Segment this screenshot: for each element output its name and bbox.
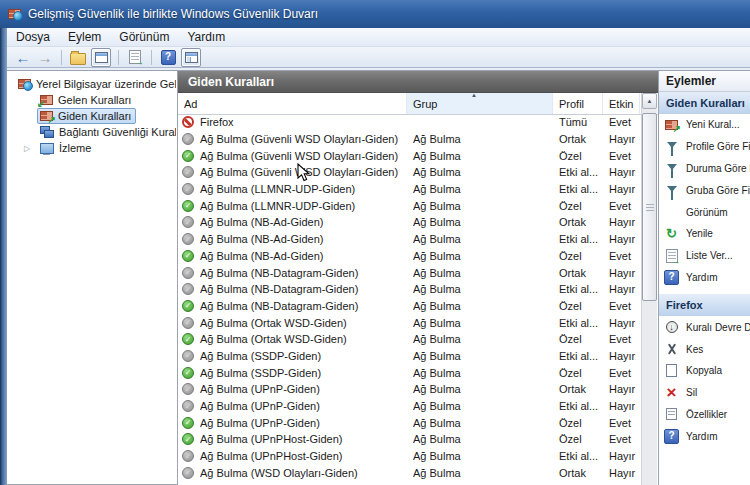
rule-profile-cell: Tümü [553, 116, 603, 128]
column-header-grup[interactable]: Grup▲ [407, 93, 553, 114]
scrollbar-thumb[interactable] [642, 113, 657, 301]
action-item-sil[interactable]: Sil [659, 382, 750, 404]
expander-icon[interactable]: ▷ [21, 144, 37, 153]
rule-group-cell: Ağ Bulma [407, 183, 553, 195]
rule-group-cell: Ağ Bulma [407, 350, 553, 362]
action-item-yard-m[interactable]: Yardım [659, 425, 750, 447]
tree-root-item[interactable]: Yerel Bilgisayar üzerinde Gelişm [7, 76, 177, 92]
rule-name-text: Ağ Bulma (Güvenli WSD Olayları-Giden) [200, 133, 398, 145]
firewall-mmc-window: { "window": {"title": "Gelişmiş Güvenlik… [0, 0, 750, 485]
action-item-yeni-kural[interactable]: Yeni Kural... [659, 114, 750, 136]
table-row[interactable]: Ağ Bulma (UPnP-Giden)Ağ BulmaOrtakHayır [178, 381, 641, 398]
sidebar-item-gelen-kurallar[interactable]: Gelen Kuralları [7, 92, 177, 108]
rule-enabled-cell: Evet [603, 150, 640, 162]
show-hide-tree-button[interactable] [181, 48, 201, 67]
action-item-liste-ver[interactable]: Liste Ver... [659, 245, 750, 267]
column-header-etkin[interactable]: Etkin [603, 93, 640, 114]
tree-item-inner: Bağlantı Güvenliği Kuralları [37, 124, 177, 140]
tree-item-label: Gelen Kuralları [58, 94, 131, 106]
table-row[interactable]: Ağ Bulma (NB-Datagram-Giden)Ağ BulmaÖzel… [178, 298, 641, 315]
rule-name-text: Ağ Bulma (UPnPHost-Giden) [200, 450, 342, 462]
rule-profile-cell: Etki al... [553, 317, 603, 329]
new-rule-icon [665, 120, 678, 130]
scroll-up-button[interactable]: ▲ [642, 93, 657, 109]
table-row[interactable]: Ağ Bulma (SSDP-Giden)Ağ BulmaÖzelEvet [178, 364, 641, 381]
up-folder-button[interactable] [69, 49, 87, 66]
back-arrow-icon [16, 50, 31, 65]
action-item-kopyala[interactable]: Kopyala [659, 360, 750, 382]
table-row[interactable]: Ağ Bulma (Güvenli WSD Olayları-Giden)Ağ … [178, 164, 641, 181]
action-icon-slot [664, 387, 679, 398]
table-row[interactable]: Ağ Bulma (SSDP-Giden)Ağ BulmaEtki al...H… [178, 348, 641, 365]
title-bar[interactable]: Gelişmiş Güvenlik ile birlikte Windows G… [0, 0, 750, 28]
rule-group-cell: Ağ Bulma [407, 133, 553, 145]
table-row[interactable]: Ağ Bulma (NB-Datagram-Giden)Ağ BulmaOrta… [178, 264, 641, 281]
action-item-kural-devre-d[interactable]: Kuralı Devre Dı [659, 316, 750, 338]
console-window-icon [95, 52, 108, 63]
action-item-profile-g-re-fil[interactable]: Profile Göre Fil [659, 136, 750, 158]
action-item-yard-m[interactable]: Yardım [659, 267, 750, 289]
rule-profile-cell: Özel [553, 417, 603, 429]
action-item-gruba-g-re-fil[interactable]: Gruba Göre Fil [659, 179, 750, 201]
table-row[interactable]: Ağ Bulma (NB-Ad-Giden)Ağ BulmaEtki al...… [178, 231, 641, 248]
action-item-yenile[interactable]: Yenile [659, 223, 750, 245]
table-row[interactable]: Ağ Bulma (Ortak WSD-Giden)Ağ BulmaÖzelEv… [178, 331, 641, 348]
table-row[interactable]: Ağ Bulma (UPnPHost-Giden)Ağ BulmaEtki al… [178, 448, 641, 465]
rule-profile-cell: Özel [553, 433, 603, 445]
rule-name-cell: Ağ Bulma (UPnP-Giden) [178, 417, 407, 429]
refresh-icon [666, 227, 677, 240]
export-list-icon [129, 50, 141, 64]
rule-name-cell: Ağ Bulma (LLMNR-UDP-Giden) [178, 200, 407, 212]
rule-enabled-cell: Evet [603, 367, 640, 379]
help-button[interactable] [159, 49, 177, 66]
back-arrow-button[interactable] [14, 49, 32, 66]
action-item-duruma-g-re-fi[interactable]: Duruma Göre Fi [659, 158, 750, 180]
action-item-g-r-n-m[interactable]: Görünüm [659, 201, 750, 223]
forward-arrow-button[interactable] [36, 49, 54, 66]
action-item-zellikler[interactable]: Özellikler [659, 404, 750, 426]
table-row[interactable]: Ağ Bulma (UPnP-Giden)Ağ BulmaEtki al...H… [178, 398, 641, 415]
rule-group-cell: Ağ Bulma [407, 467, 553, 479]
table-row[interactable]: Ağ Bulma (LLMNR-UDP-Giden)Ağ BulmaÖzelEv… [178, 197, 641, 214]
export-list-button[interactable] [126, 49, 144, 66]
action-item-label: Yenile [686, 228, 713, 239]
sidebar-item-giden-kurallar[interactable]: Giden Kuralları [7, 108, 177, 124]
console-window-button[interactable] [91, 48, 111, 67]
table-row[interactable]: Ağ Bulma (WSD Olayları-Giden)Ağ BulmaOrt… [178, 464, 641, 481]
menu-dosya[interactable]: Dosya [7, 29, 59, 45]
rule-name-text: Ağ Bulma (LLMNR-UDP-Giden) [200, 183, 355, 195]
disable-rule-icon [666, 321, 678, 333]
sidebar-item-ba-lant-g-venli-i-kurallar[interactable]: Bağlantı Güvenliği Kuralları [7, 124, 177, 140]
table-row[interactable]: FirefoxTümüEvet [178, 114, 641, 131]
column-header-ad[interactable]: Ad [178, 93, 407, 114]
table-row[interactable]: Ağ Bulma (LLMNR-UDP-Giden)Ağ BulmaEtki a… [178, 181, 641, 198]
toolbar-separator [151, 50, 152, 65]
sidebar-item-i-zleme[interactable]: ▷İzleme [7, 140, 177, 156]
rule-name-cell: Ağ Bulma (NB-Ad-Giden) [178, 216, 407, 228]
menu-g-r-n-m[interactable]: Görünüm [110, 29, 178, 45]
rule-name-text: Ağ Bulma (NB-Datagram-Giden) [200, 267, 358, 279]
menu-yard-m[interactable]: Yardım [178, 29, 234, 45]
table-row[interactable]: Ağ Bulma (Güvenli WSD Olayları-Giden)Ağ … [178, 147, 641, 164]
actions-panel: Eylemler Giden KurallarıYeni Kural...Pro… [658, 70, 750, 485]
menu-eylem[interactable]: Eylem [59, 29, 110, 45]
table-row[interactable]: Ağ Bulma (UPnP-Giden)Ağ BulmaÖzelEvet [178, 414, 641, 431]
table-row[interactable]: Ağ Bulma (NB-Datagram-Giden)Ağ BulmaEtki… [178, 281, 641, 298]
rule-enabled-cell: Hayır [603, 133, 640, 145]
rule-profile-cell: Ortak [553, 267, 603, 279]
rule-enabled-cell: Hayır [603, 350, 640, 362]
table-row[interactable]: Ağ Bulma (NB-Ad-Giden)Ağ BulmaOrtakHayır [178, 214, 641, 231]
action-item-kes[interactable]: Kes [659, 338, 750, 360]
rule-name-cell: Ağ Bulma (LLMNR-UDP-Giden) [178, 183, 407, 195]
rule-profile-cell: Özel [553, 333, 603, 345]
action-group-header-giden-kurallar: Giden Kuralları [659, 92, 750, 114]
rule-name-cell: Ağ Bulma (NB-Ad-Giden) [178, 250, 407, 262]
rule-profile-cell: Özel [553, 300, 603, 312]
table-row[interactable]: Ağ Bulma (UPnPHost-Giden)Ağ BulmaÖzelEve… [178, 431, 641, 448]
vertical-scrollbar[interactable]: ▲ [641, 93, 657, 485]
rule-profile-cell: Etki al... [553, 233, 603, 245]
column-header-profil[interactable]: Profil [553, 93, 603, 114]
table-row[interactable]: Ağ Bulma (Ortak WSD-Giden)Ağ BulmaEtki a… [178, 314, 641, 331]
table-row[interactable]: Ağ Bulma (Güvenli WSD Olayları-Giden)Ağ … [178, 131, 641, 148]
table-row[interactable]: Ağ Bulma (NB-Ad-Giden)Ağ BulmaÖzelEvet [178, 248, 641, 265]
